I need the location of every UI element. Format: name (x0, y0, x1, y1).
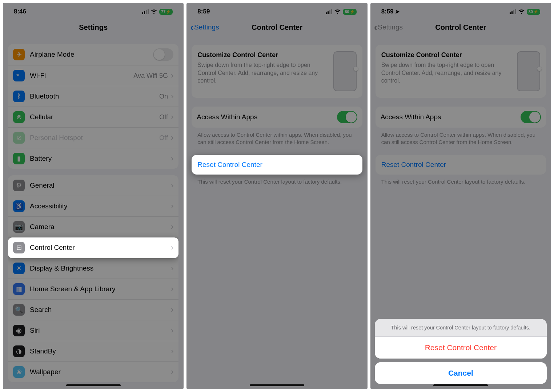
status-bar: 8:59 80⚡ (186, 3, 367, 18)
chevron-right-icon: › (171, 347, 173, 356)
row-label: Search (30, 306, 171, 314)
wifi-icon (151, 9, 157, 14)
row-label: Battery (30, 155, 171, 163)
battery-indicator: 80⚡ (343, 9, 356, 15)
reset-footnote: This will reset your Control Center layo… (376, 175, 546, 185)
sheet-message: This will reset your Control Center layo… (375, 319, 547, 337)
accessibility-icon: ♿ (13, 200, 25, 212)
screen-control-center: 8:59 80⚡ ‹ Settings Control Center Custo… (186, 3, 367, 389)
row-wallpaper[interactable]: ❀ Wallpaper › (8, 362, 178, 382)
row-personal-hotspot: ⊘ Personal Hotspot Off › (8, 128, 178, 148)
hotspot-icon: ⊘ (13, 132, 25, 144)
chevron-right-icon: › (171, 112, 173, 122)
row-label: Wi-Fi (30, 72, 133, 80)
page-title: Control Center (435, 23, 486, 31)
row-label: Camera (30, 223, 171, 231)
row-value: Off (159, 134, 168, 142)
row-access-within-apps: Access Within Apps (376, 107, 546, 128)
phone-illustration-icon (333, 51, 357, 91)
control-center-content[interactable]: Customize Control Center Swipe down from… (186, 37, 367, 389)
row-value: Off (159, 113, 168, 121)
chevron-right-icon: › (171, 154, 173, 163)
access-within-apps-group: Access Within Apps (376, 107, 546, 128)
access-toggle (521, 111, 541, 123)
battery-indicator: 80⚡ (527, 9, 540, 15)
row-cellular[interactable]: ⊚ Cellular Off › (8, 107, 178, 128)
chevron-left-icon: ‹ (374, 23, 377, 32)
chevron-right-icon: › (171, 222, 173, 232)
cellular-signal-icon (142, 9, 149, 14)
chevron-right-icon: › (171, 264, 173, 273)
row-bluetooth[interactable]: ᛒ Bluetooth On › (8, 86, 178, 107)
customize-title: Customize Control Center (197, 51, 328, 59)
row-label: General (30, 181, 171, 189)
row-label: Accessibility (30, 202, 171, 210)
siri-icon: ◉ (13, 325, 25, 336)
home-indicator[interactable] (250, 384, 304, 386)
sheet-cancel-button[interactable]: Cancel (375, 362, 547, 384)
chevron-right-icon: › (171, 243, 173, 252)
row-label: StandBy (30, 347, 171, 355)
row-label: Bluetooth (30, 92, 159, 100)
status-bar: 8:59➤ 80⚡ (370, 3, 551, 18)
row-standby[interactable]: ◑ StandBy › (8, 341, 178, 362)
back-button[interactable]: ‹ Settings (190, 23, 219, 32)
row-siri[interactable]: ◉ Siri › (8, 320, 178, 341)
customize-body: Swipe down from the top-right edge to op… (197, 61, 328, 85)
reset-control-center-row[interactable]: Reset Control Center (192, 155, 362, 175)
row-accessibility[interactable]: ♿ Accessibility › (8, 196, 178, 217)
row-camera[interactable]: 📷 Camera › (8, 217, 178, 237)
wifi-icon: ᯤ (13, 70, 25, 81)
row-battery[interactable]: ▮ Battery › (8, 148, 178, 169)
row-display-brightness[interactable]: ☀ Display & Brightness › (8, 258, 178, 279)
chevron-right-icon: › (171, 284, 173, 294)
settings-group-connectivity: ✈ Airplane Mode ᯤ Wi-Fi Ava Wifi 5G › ᛒ … (8, 44, 178, 169)
wallpaper-icon: ❀ (13, 366, 25, 378)
status-time: 8:59➤ (381, 8, 400, 15)
access-toggle[interactable] (337, 111, 357, 123)
customize-card: Customize Control Center Swipe down from… (376, 45, 546, 98)
display-icon: ☀ (13, 263, 25, 274)
row-general[interactable]: ⚙ General › (8, 175, 178, 196)
reset-control-center-row: Reset Control Center (376, 155, 546, 175)
reset-link[interactable]: Reset Control Center (192, 155, 362, 175)
page-title: Control Center (252, 23, 302, 31)
screen-reset-sheet: 8:59➤ 80⚡ ‹ Settings Control Center Cust… (370, 3, 551, 389)
row-control-center[interactable]: ⊟ Control Center › (8, 237, 178, 258)
back-button: ‹ Settings (374, 23, 403, 32)
sheet-reset-button[interactable]: Reset Control Center (375, 337, 547, 359)
settings-group-general: ⚙ General › ♿ Accessibility › 📷 Camera ›… (8, 175, 178, 382)
back-label: Settings (378, 23, 403, 31)
nav-bar: Settings (3, 18, 184, 37)
status-time: 8:59 (197, 8, 210, 15)
reset-footnote: This will reset your Control Center layo… (192, 175, 362, 185)
chevron-left-icon: ‹ (190, 23, 193, 32)
wifi-icon (518, 9, 525, 14)
row-airplane-mode[interactable]: ✈ Airplane Mode (8, 44, 178, 65)
status-bar: 8:46 77⚡ (3, 3, 184, 18)
airplane-icon: ✈ (13, 49, 25, 60)
phone-illustration-icon (517, 51, 540, 91)
row-label: Siri (30, 327, 171, 335)
settings-content[interactable]: ✈ Airplane Mode ᯤ Wi-Fi Ava Wifi 5G › ᛒ … (3, 37, 184, 389)
search-icon: 🔍 (13, 304, 25, 316)
home-indicator[interactable] (433, 384, 488, 386)
airplane-toggle[interactable] (153, 48, 173, 61)
row-home-screen[interactable]: ▦ Home Screen & App Library › (8, 279, 178, 300)
row-label: Home Screen & App Library (30, 285, 171, 293)
row-wifi[interactable]: ᯤ Wi-Fi Ava Wifi 5G › (8, 65, 178, 86)
customize-card[interactable]: Customize Control Center Swipe down from… (192, 45, 362, 98)
screen-settings: 8:46 77⚡ Settings ✈ Airplane Mode ᯤ Wi-F… (3, 3, 184, 389)
row-label: Airplane Mode (30, 51, 153, 59)
access-footnote: Allow access to Control Center within ap… (376, 128, 546, 146)
home-indicator[interactable] (66, 384, 121, 386)
general-icon: ⚙ (13, 180, 25, 191)
chevron-right-icon: › (171, 326, 173, 335)
row-label: Access Within Apps (381, 113, 521, 121)
row-access-within-apps[interactable]: Access Within Apps (192, 107, 362, 128)
action-sheet: This will reset your Control Center layo… (375, 319, 547, 384)
cellular-icon: ⊚ (13, 111, 25, 123)
row-search[interactable]: 🔍 Search › (8, 300, 178, 320)
camera-icon: 📷 (13, 221, 25, 233)
control-center-icon: ⊟ (13, 242, 25, 253)
